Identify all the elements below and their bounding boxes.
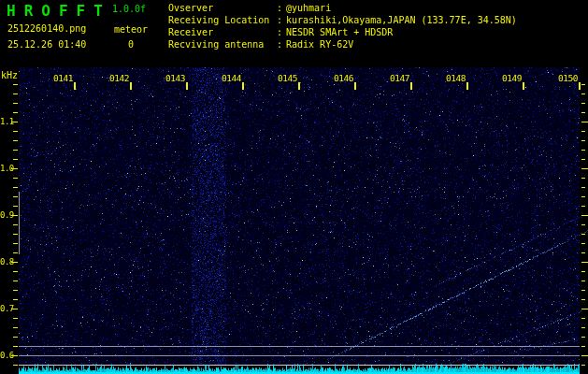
info-value: @yuhmari xyxy=(286,3,331,13)
meteor-count: 0 xyxy=(128,40,134,50)
time-tick-label: 0144 xyxy=(219,73,241,83)
time-tick-label: 0149 xyxy=(499,73,522,83)
app-version: 1.0.0f xyxy=(112,5,146,14)
time-tick-label: 0145 xyxy=(275,73,297,83)
info-separator: : xyxy=(277,3,282,13)
time-tick-label: 0150 xyxy=(555,73,578,83)
info-label: Receiving Location xyxy=(168,15,269,25)
info-separator: : xyxy=(277,15,282,25)
info-value: NESDR SMArt + HDSDR xyxy=(286,27,393,37)
info-separator: : xyxy=(277,27,282,37)
app-title: HROFFT xyxy=(7,4,111,19)
time-tick-label: 0148 xyxy=(443,73,466,83)
time-tick-label: 0146 xyxy=(331,73,353,83)
info-value: Radix RY-62V xyxy=(286,39,353,50)
info-label: Ovserver xyxy=(168,3,213,13)
time-tick-label: 0142 xyxy=(107,73,129,83)
output-filename: 2512260140.png xyxy=(7,24,86,34)
freq-tick-label: 0.7 xyxy=(0,304,12,313)
info-label: Receiver xyxy=(168,27,213,37)
info-row-observer: Ovserver : @yuhmari xyxy=(168,3,588,15)
time-tick-label: 0141 xyxy=(50,73,73,83)
freq-tick-label: 0.6 xyxy=(0,351,12,360)
time-tick-label: 0147 xyxy=(387,73,409,83)
time-tick-label: 0143 xyxy=(163,73,185,83)
info-row-receiver: Receiver : NESDR SMArt + HDSDR xyxy=(168,27,588,39)
datetime-label: 25.12.26 01:40 xyxy=(7,40,86,50)
info-value: kurashiki,Okayama,JAPAN (133.77E, 34.58N… xyxy=(286,15,517,25)
info-label: Recviving antenna xyxy=(168,39,264,50)
info-separator: : xyxy=(277,39,282,50)
observation-mode-label: meteor xyxy=(114,25,148,35)
freq-tick-label: 0.9 xyxy=(0,210,12,220)
freq-tick-label: 0.8 xyxy=(0,257,12,266)
frequency-unit-label: kHz xyxy=(1,71,18,80)
freq-tick-label: 1.1 xyxy=(0,117,12,126)
spectrogram-canvas xyxy=(0,0,588,374)
info-row-antenna: Recviving antenna : Radix RY-62V xyxy=(168,39,588,51)
info-row-location: Receiving Location : kurashiki,Okayama,J… xyxy=(168,15,588,27)
freq-tick-label: 1.0 xyxy=(0,164,12,173)
hrofft-window: HROFFT 1.0.0f 2512260140.png meteor 25.1… xyxy=(0,0,588,374)
